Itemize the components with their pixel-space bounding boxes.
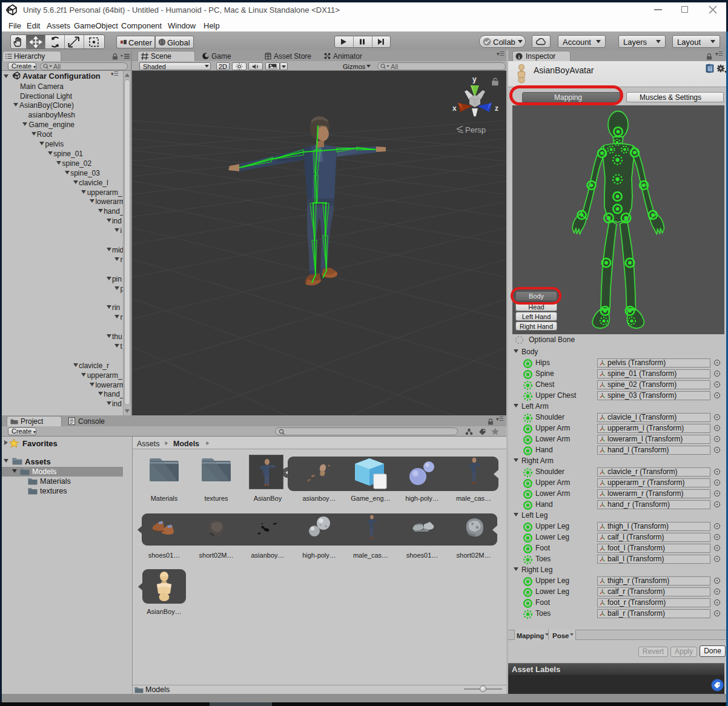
svg-text:?: ? [709,65,712,71]
svg-text:z: z [495,104,498,113]
svg-text:x: x [452,104,457,113]
svg-text:y: y [472,75,477,84]
svg-text:Persp: Persp [465,125,486,134]
